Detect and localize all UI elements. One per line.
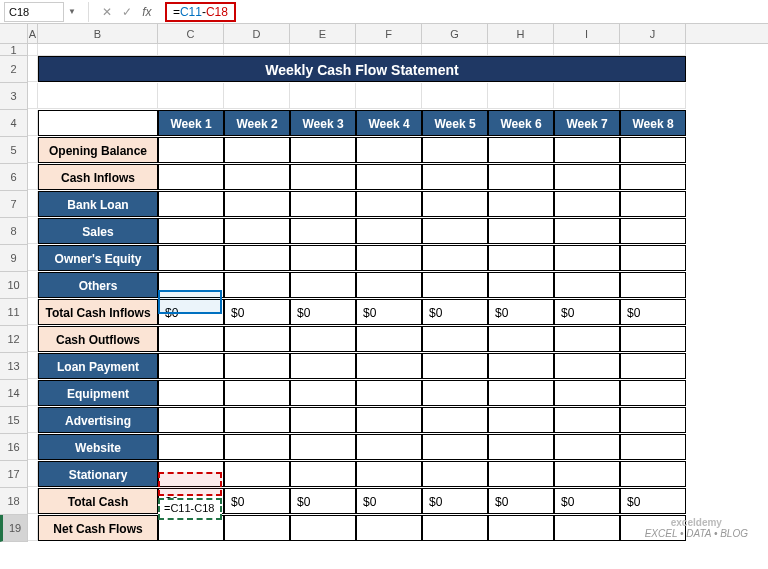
- cell-c19[interactable]: [158, 515, 224, 541]
- week-header[interactable]: Week 8: [620, 110, 686, 136]
- col-header-J[interactable]: J: [620, 24, 686, 43]
- row-header[interactable]: 1: [0, 44, 28, 56]
- col-header-A[interactable]: A: [28, 24, 38, 43]
- website-label[interactable]: Website: [38, 434, 158, 460]
- row-header[interactable]: 4: [0, 110, 28, 137]
- data-cell[interactable]: $0: [554, 488, 620, 514]
- data-cell[interactable]: [158, 137, 224, 163]
- row-header[interactable]: 6: [0, 164, 28, 191]
- data-cell[interactable]: [422, 137, 488, 163]
- cash-outflows-label[interactable]: Cash Outflows: [38, 326, 158, 352]
- row-header[interactable]: 12: [0, 326, 28, 353]
- week-header[interactable]: Week 7: [554, 110, 620, 136]
- row-header[interactable]: 19: [0, 515, 28, 542]
- formula-bar: C18 ▼ ✕ ✓ fx =C11-C18: [0, 0, 768, 24]
- data-cell[interactable]: [554, 137, 620, 163]
- row-header[interactable]: 9: [0, 245, 28, 272]
- loan-payment-label[interactable]: Loan Payment: [38, 353, 158, 379]
- total-inflows-label[interactable]: Total Cash Inflows: [38, 299, 158, 325]
- data-cell[interactable]: [620, 137, 686, 163]
- row-header[interactable]: 11: [0, 299, 28, 326]
- row-header[interactable]: 17: [0, 461, 28, 488]
- data-cell[interactable]: $0: [620, 488, 686, 514]
- col-header-D[interactable]: D: [224, 24, 290, 43]
- cell-c18[interactable]: $0: [158, 488, 224, 514]
- week-header[interactable]: Week 6: [488, 110, 554, 136]
- week-header[interactable]: Week 1: [158, 110, 224, 136]
- owners-equity-label[interactable]: Owner's Equity: [38, 245, 158, 271]
- cancel-icon[interactable]: ✕: [99, 5, 115, 19]
- row-header[interactable]: 10: [0, 272, 28, 299]
- col-header-C[interactable]: C: [158, 24, 224, 43]
- opening-balance-label[interactable]: Opening Balance: [38, 137, 158, 163]
- data-cell[interactable]: [488, 137, 554, 163]
- col-header-G[interactable]: G: [422, 24, 488, 43]
- data-cell[interactable]: [356, 137, 422, 163]
- spreadsheet-grid[interactable]: A B C D E F G H I J 1 2Weekly Cash Flow …: [0, 24, 768, 542]
- row-header[interactable]: 14: [0, 380, 28, 407]
- formula-input[interactable]: =C11-C18: [165, 2, 236, 22]
- others-label[interactable]: Others: [38, 272, 158, 298]
- row-header[interactable]: 18: [0, 488, 28, 515]
- row-header[interactable]: 7: [0, 191, 28, 218]
- data-cell[interactable]: $0: [224, 299, 290, 325]
- data-cell[interactable]: $0: [620, 299, 686, 325]
- row-header[interactable]: 16: [0, 434, 28, 461]
- col-header-I[interactable]: I: [554, 24, 620, 43]
- data-cell[interactable]: [224, 137, 290, 163]
- col-header-B[interactable]: B: [38, 24, 158, 43]
- fx-icon[interactable]: fx: [139, 5, 155, 19]
- data-cell[interactable]: $0: [488, 299, 554, 325]
- equipment-label[interactable]: Equipment: [38, 380, 158, 406]
- data-cell[interactable]: $0: [554, 299, 620, 325]
- data-cell[interactable]: $0: [422, 488, 488, 514]
- data-cell[interactable]: [290, 137, 356, 163]
- bank-loan-label[interactable]: Bank Loan: [38, 191, 158, 217]
- row-header[interactable]: 3: [0, 83, 28, 110]
- col-header-H[interactable]: H: [488, 24, 554, 43]
- data-cell[interactable]: $0: [422, 299, 488, 325]
- column-headers: A B C D E F G H I J: [0, 24, 768, 44]
- row-header[interactable]: 15: [0, 407, 28, 434]
- row-header[interactable]: 13: [0, 353, 28, 380]
- chevron-down-icon[interactable]: ▼: [68, 7, 76, 16]
- week-header[interactable]: Week 2: [224, 110, 290, 136]
- row-header[interactable]: 5: [0, 137, 28, 164]
- week-header[interactable]: Week 3: [290, 110, 356, 136]
- col-header-E[interactable]: E: [290, 24, 356, 43]
- title-cell[interactable]: Weekly Cash Flow Statement: [38, 56, 686, 82]
- sales-label[interactable]: Sales: [38, 218, 158, 244]
- advertising-label[interactable]: Advertising: [38, 407, 158, 433]
- row-header[interactable]: 8: [0, 218, 28, 245]
- data-cell[interactable]: $0: [356, 488, 422, 514]
- data-cell[interactable]: $0: [224, 488, 290, 514]
- watermark: exceldemy EXCEL • DATA • BLOG: [645, 517, 748, 539]
- row-header[interactable]: 2: [0, 56, 28, 83]
- confirm-icon[interactable]: ✓: [119, 5, 135, 19]
- stationary-label[interactable]: Stationary: [38, 461, 158, 487]
- select-all-corner[interactable]: [0, 24, 28, 43]
- week-header[interactable]: Week 5: [422, 110, 488, 136]
- name-box[interactable]: C18: [4, 2, 64, 22]
- data-cell[interactable]: $0: [488, 488, 554, 514]
- data-cell[interactable]: $0: [290, 488, 356, 514]
- data-cell[interactable]: $0: [356, 299, 422, 325]
- col-header-F[interactable]: F: [356, 24, 422, 43]
- total-outflows-label[interactable]: Total Cash Outflows: [38, 488, 158, 514]
- week-header[interactable]: Week 4: [356, 110, 422, 136]
- cell-c11[interactable]: $0: [158, 299, 224, 325]
- net-cash-flows-label[interactable]: Net Cash Flows: [38, 515, 158, 541]
- data-cell[interactable]: $0: [290, 299, 356, 325]
- cash-inflows-label[interactable]: Cash Inflows: [38, 164, 158, 190]
